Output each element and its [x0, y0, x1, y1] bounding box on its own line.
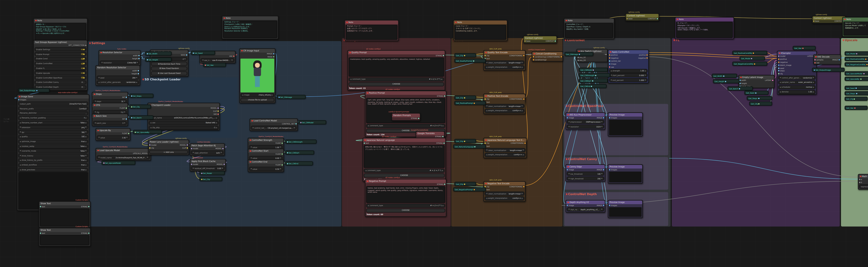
- token_normalization-widget[interactable]: ◀token_normalizationlength+mean▶: [485, 61, 524, 65]
- combo-right-arrow-icon[interactable]: ▶: [216, 126, 217, 128]
- sage_attention-widget[interactable]: ◀sage_attentionauto▶: [191, 151, 223, 155]
- mini-node-get_height-34[interactable]: Get_Height: [713, 79, 739, 84]
- combo-right-arrow-icon[interactable]: ▶: [645, 79, 646, 81]
- model_name-widget[interactable]: ◀model_name2x-AnimeSharpV4_Fast_RCAN_PU.…: [97, 155, 150, 160]
- toggle-switch[interactable]: [81, 53, 85, 55]
- start_percent-widget[interactable]: ◀start_percent0.000▶: [609, 73, 648, 78]
- node-apply-controlnet[interactable]: Apply ControlNetpositivenegativecontrol_…: [608, 50, 649, 83]
- combo-left-arrow-icon[interactable]: ◀: [98, 77, 99, 79]
- node-title-japanese-natural-language[interactable]: Japanese Natural Language: [363, 138, 445, 142]
- mini-node-get_outputimage-16[interactable]: Get_OutputImage: [18, 88, 49, 93]
- combo-left-arrow-icon[interactable]: ◀: [20, 122, 21, 123]
- combo-right-arrow-icon[interactable]: ▶: [147, 156, 148, 158]
- vae_name-widget[interactable]: ◀vae_namevae-ft-mse-840000-ema...▶: [201, 58, 234, 62]
- mini-node-set_vae-3[interactable]: Set_Vae: [203, 63, 226, 67]
- mini-node-get_negativecondobj-32[interactable]: Get_NegativeCondObj: [732, 62, 767, 66]
- combo-right-arrow-icon[interactable]: ▶: [136, 77, 137, 79]
- node-preview-canny[interactable]: Preview Imageimages: [608, 164, 643, 184]
- mini-node-get_clip-17[interactable]: Get_Clip: [454, 53, 476, 58]
- toggle-row-0[interactable]: Enable Settings: [35, 48, 86, 52]
- node-depth-anything[interactable]: Depth Anything V2imageIMAGE◀ckpt_namedep…: [565, 200, 606, 213]
- node-power-lora-loader[interactable]: Power Lora Loader (rgthree)modelclipMODE…: [148, 140, 189, 155]
- resolution-widget[interactable]: ◀resolution1344x768▶: [100, 61, 140, 65]
- node-note-fl[interactable]: NoteFL グループ： KSampler でサンプリングし VAE Decod…: [675, 17, 734, 39]
- node-jnl-text-encode[interactable]: Japanese Natural Language Text E...clipt…: [483, 138, 527, 158]
- mini-node-get_naturallanguage-22[interactable]: Get_NaturalLanguage: [453, 144, 486, 149]
- node-negative-text-encode[interactable]: Negative Text EncodecliptextCONDITIONING…: [483, 181, 526, 202]
- toggle-row-2[interactable]: Enable Cond: [35, 57, 86, 61]
- mini-node-get_seed-36[interactable]: Get_Seed: [744, 91, 768, 95]
- combo-right-arrow-icon[interactable]: ▶: [85, 141, 87, 142]
- expression-field[interactable]: expressiona*b: [859, 184, 868, 188]
- node-title-quality-prompt[interactable]: Quality Prompt: [348, 51, 445, 54]
- mini-node-get_negativecondobj-43[interactable]: Get_NegativeCondObj: [844, 62, 868, 67]
- node-cr-image-input[interactable]: CR Image InputIMAGEMASK◀imagechara_ref.p…: [239, 48, 276, 103]
- node-title-patch-sage-attention[interactable]: Patch Sage Attention KJ: [190, 144, 224, 147]
- combo-left-arrow-icon[interactable]: ◀: [20, 126, 21, 128]
- show_history-widget[interactable]: ◀show_historyfalse▶: [18, 153, 88, 158]
- combo-right-arrow-icon[interactable]: ▶: [85, 155, 87, 156]
- node-quality-text-encode[interactable]: Quality Text EncodecliptextCONDITIONING◀…: [483, 50, 526, 70]
- node-patch-sage-attention[interactable]: Patch Sage Attention KJmodelMODEL◀sage_a…: [190, 143, 225, 156]
- high_threshold-widget[interactable]: ◀high_threshold200▶: [567, 177, 604, 181]
- node-note-prompt[interactable]: NotePrompt グループ： 品質 / ポジティブ / ネガティブ / 自然…: [344, 20, 399, 41]
- node-positive-text-encode[interactable]: Positive Text EncodecliptextCONDITIONING…: [483, 94, 526, 114]
- comment_type-widget[interactable]: ◀comment_type# + // + /* */▶: [364, 169, 444, 173]
- comment_type-widget[interactable]: ◀comment_type# + // + /* */▶: [366, 204, 445, 208]
- combo-right-arrow-icon[interactable]: ▶: [185, 58, 186, 60]
- combo-right-arrow-icon[interactable]: ▶: [601, 209, 602, 210]
- toggle-row-3[interactable]: Enable ControlNet: [35, 61, 86, 66]
- combo-right-arrow-icon[interactable]: ▶: [222, 168, 223, 169]
- combo-left-arrow-icon[interactable]: ◀: [20, 131, 21, 133]
- combo-right-arrow-icon[interactable]: ▶: [232, 59, 233, 61]
- combo-left-arrow-icon[interactable]: ◀: [568, 121, 569, 123]
- node-title-image-save[interactable]: Image Save: [18, 95, 89, 98]
- node-title-note-controlnet[interactable]: Note: [564, 19, 614, 22]
- combo-left-arrow-icon[interactable]: ◀: [780, 77, 781, 79]
- combo-left-arrow-icon[interactable]: ◀: [611, 70, 612, 71]
- combo-right-arrow-icon[interactable]: ▶: [523, 154, 524, 156]
- mini-node-get_negativeprompt-24[interactable]: Get_NegativePrompt: [453, 187, 486, 192]
- combo-right-arrow-icon[interactable]: ▶: [124, 100, 125, 102]
- combo-left-arrow-icon[interactable]: ◀: [150, 126, 151, 128]
- combo-left-arrow-icon[interactable]: ◀: [486, 62, 487, 63]
- combo-left-arrow-icon[interactable]: ◀: [486, 193, 487, 195]
- combo-left-arrow-icon[interactable]: ◀: [20, 117, 21, 119]
- combo-right-arrow-icon[interactable]: ▶: [601, 178, 602, 179]
- node-title-jnl-text-encode[interactable]: Japanese Natural Language Text E...: [484, 138, 526, 142]
- ckpt_name-widget[interactable]: ◀ckpt_namewilDCRXLcomicsOrMorVLcomicsORB…: [149, 116, 219, 120]
- node-show-text-1[interactable]: Show TexttextSTRING: [39, 201, 91, 228]
- denoise-widget[interactable]: ◀denoise1.00▶: [778, 90, 815, 94]
- node-title-random-prompts[interactable]: Random Prompts: [392, 114, 420, 117]
- node-title-resolution-selector[interactable]: Resolution Selector: [99, 51, 140, 54]
- node-note-upscale[interactable]: NoteUpscale グループ： Upscale Model を使用して 高解…: [842, 17, 868, 37]
- combo-right-arrow-icon[interactable]: ▶: [601, 126, 602, 127]
- node-title-checkpoint-loader[interactable]: Checkpoint Loader: [148, 103, 219, 107]
- combo-right-arrow-icon[interactable]: ▶: [85, 145, 87, 147]
- button-power-lora-loader-0[interactable]: + Add Lora: [150, 150, 188, 154]
- node-vae-decode[interactable]: VAE DecodesamplesvaeIMAGE: [813, 54, 841, 65]
- combo-right-arrow-icon[interactable]: ▶: [522, 198, 523, 199]
- node-title-math-expression[interactable]: Math Expression: [859, 175, 868, 178]
- node-title-negative-text-encode[interactable]: Negative Text Encode: [484, 182, 525, 185]
- combo-right-arrow-icon[interactable]: ▶: [601, 173, 602, 175]
- node-title-vae-decode[interactable]: VAE Decode: [814, 55, 840, 59]
- node-random-resolution-selector[interactable]: Random Resolution Selectorwidthheight◀se…: [95, 65, 140, 86]
- button-negative-prompt-2[interactable]: CHOOSE: [366, 208, 445, 212]
- combo-left-arrow-icon[interactable]: ◀: [611, 79, 612, 81]
- textarea-note-upscale[interactable]: Upscale グループ： Upscale Model を使用して 高解像度化し…: [843, 22, 868, 36]
- optimize_image-widget[interactable]: ◀optimize_imagetrue▶: [18, 140, 88, 144]
- mini-node-get_cnimage-25[interactable]: Get_CNImage: [564, 52, 593, 56]
- node-title-positive-text-encode[interactable]: Positive Text Encode: [484, 94, 525, 98]
- combo-left-arrow-icon[interactable]: ◀: [20, 159, 21, 161]
- node-note-cond[interactable]: NoteCond グループ： テキストを CLIP でエンコードし Condit…: [453, 20, 507, 41]
- mini-node-set_cnstart-14[interactable]: Set_CNStart: [285, 150, 314, 155]
- combo-right-arrow-icon[interactable]: ▶: [522, 62, 523, 63]
- node-context-0[interactable]: Context (rgthree)baseCONTEXT: [523, 36, 557, 43]
- combo-right-arrow-icon[interactable]: ▶: [442, 125, 443, 127]
- low_threshold-widget[interactable]: ◀low_threshold100▶: [567, 172, 604, 176]
- combo-right-arrow-icon[interactable]: ▶: [85, 117, 87, 119]
- toggle-switch[interactable]: [81, 72, 85, 74]
- combo-left-arrow-icon[interactable]: ◀: [192, 168, 193, 169]
- overwrite_mode-widget[interactable]: ◀overwrite_modefalse▶: [18, 149, 88, 153]
